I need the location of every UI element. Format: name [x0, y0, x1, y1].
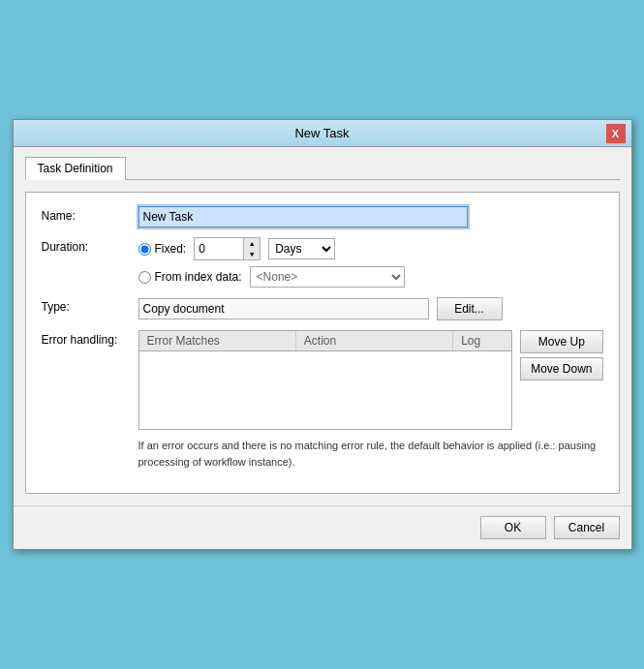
error-table-header: Error Matches Action Log [139, 331, 512, 351]
ok-button[interactable]: OK [480, 516, 546, 539]
move-down-button[interactable]: Move Down [520, 357, 602, 380]
tab-task-definition[interactable]: Task Definition [25, 157, 126, 180]
window-content: Task Definition Name: Duration: [14, 147, 631, 505]
index-row: From index data: <None> [138, 266, 603, 288]
type-label: Type: [42, 297, 138, 314]
edit-button[interactable]: Edit... [437, 297, 503, 320]
index-radio[interactable] [138, 271, 151, 284]
error-table-section: Error Matches Action Log Move Up Move Do… [138, 330, 603, 430]
fixed-radio[interactable] [138, 243, 151, 256]
action-header: Action [296, 331, 453, 350]
fixed-radio-label[interactable]: Fixed: [138, 242, 187, 256]
index-radio-label[interactable]: From index data: [138, 270, 242, 284]
duration-label: Duration: [42, 237, 138, 254]
duration-value-input[interactable] [195, 238, 243, 259]
spinner-buttons: ▲ ▼ [243, 238, 260, 259]
error-table-buttons: Move Up Move Down [520, 330, 602, 380]
error-table-wrapper: Error Matches Action Log [138, 330, 513, 430]
error-table-body [139, 351, 512, 429]
bottom-bar: OK Cancel [14, 505, 631, 549]
type-row: Type: Edit... [42, 297, 603, 320]
form-area: Name: Duration: Fixed: [25, 192, 620, 494]
duration-row: Duration: Fixed: ▲ ▼ [42, 237, 603, 288]
move-up-button[interactable]: Move Up [520, 330, 602, 353]
error-info-text: If an error occurs and there is no match… [138, 438, 603, 470]
error-matches-header: Error Matches [139, 331, 296, 350]
tab-bar: Task Definition [25, 157, 620, 180]
error-handling-row: Error handling: Error Matches Action Log [42, 330, 603, 470]
spinner-group: ▲ ▼ [194, 237, 261, 260]
duration-controls: Fixed: ▲ ▼ Days Hours Minutes [138, 237, 603, 288]
index-select[interactable]: <None> [250, 266, 405, 288]
spinner-up-button[interactable]: ▲ [244, 238, 260, 249]
spinner-down-button[interactable]: ▼ [244, 249, 260, 259]
fixed-row: Fixed: ▲ ▼ Days Hours Minutes [138, 237, 603, 260]
name-row: Name: [42, 206, 603, 228]
name-controls [138, 206, 603, 228]
new-task-window: New Task X Task Definition Name: Duratio… [13, 119, 632, 550]
index-label: From index data: [155, 270, 242, 284]
fixed-label: Fixed: [155, 242, 187, 256]
name-label: Name: [42, 206, 138, 223]
close-button[interactable]: X [606, 124, 626, 143]
error-handling-controls: Error Matches Action Log Move Up Move Do… [138, 330, 603, 470]
name-input[interactable] [138, 206, 468, 228]
window-title: New Task [294, 126, 349, 140]
days-select[interactable]: Days Hours Minutes [268, 238, 335, 259]
log-header: Log [453, 331, 511, 350]
type-input[interactable] [138, 298, 429, 319]
title-bar: New Task X [14, 120, 631, 147]
error-handling-label: Error handling: [42, 330, 138, 347]
type-controls: Edit... [138, 297, 603, 320]
cancel-button[interactable]: Cancel [554, 516, 620, 539]
